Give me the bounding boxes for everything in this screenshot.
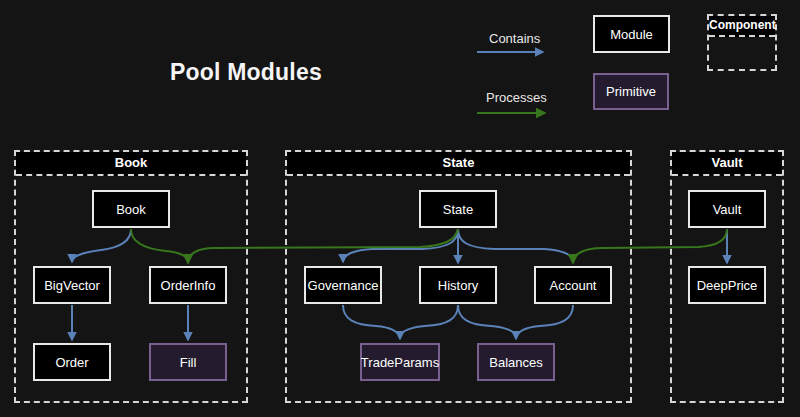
node-history: History bbox=[419, 266, 497, 304]
node-orderinfo: OrderInfo bbox=[149, 266, 227, 304]
node-deepprice: DeepPrice bbox=[688, 266, 766, 304]
node-tradeparams: TradeParams bbox=[360, 343, 440, 381]
node-vault: Vault bbox=[688, 190, 766, 228]
node-order: Order bbox=[33, 343, 111, 381]
legend-primitive-box: Primitive bbox=[593, 73, 669, 110]
node-governance: Governance bbox=[304, 266, 382, 304]
node-bigvector: BigVector bbox=[33, 266, 111, 304]
node-state: State bbox=[419, 190, 497, 228]
node-book: Book bbox=[92, 190, 170, 228]
node-fill: Fill bbox=[149, 343, 227, 381]
container-state-header: State bbox=[287, 152, 630, 176]
page-title: Pool Modules bbox=[170, 59, 322, 86]
legend-processes-label: Processes bbox=[486, 90, 547, 105]
legend-component-box: Component bbox=[707, 14, 777, 71]
node-balances: Balances bbox=[477, 343, 555, 381]
container-book-header: Book bbox=[16, 152, 246, 176]
node-account: Account bbox=[534, 266, 612, 304]
legend-component-label: Component bbox=[709, 16, 775, 37]
legend-module-box: Module bbox=[593, 15, 670, 53]
container-vault-header: Vault bbox=[672, 152, 782, 176]
legend-contains-label: Contains bbox=[489, 31, 540, 46]
diagram-page: { "title": "Pool Modules", "legend": { "… bbox=[0, 0, 800, 417]
